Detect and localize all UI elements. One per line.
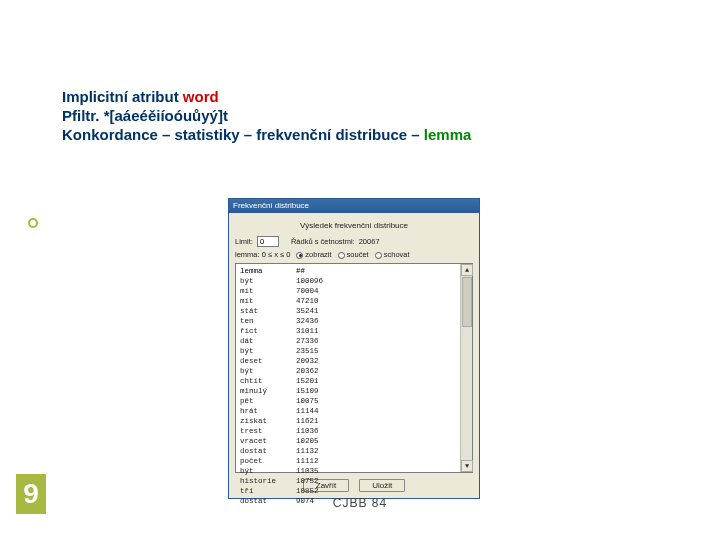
list-item[interactable]: říct31011 (240, 326, 472, 336)
hint-label: Řádků s četnostmi: (291, 237, 355, 246)
limit-label: Limit: (235, 237, 253, 246)
scrollbar[interactable]: ▲ ▼ (460, 264, 472, 472)
list-item[interactable]: být20362 (240, 366, 472, 376)
list-item[interactable]: minulý15109 (240, 386, 472, 396)
range-label: lemma: 0 ≤ x ≤ 0 (235, 250, 290, 259)
list-item[interactable]: dát27336 (240, 336, 472, 346)
limit-input[interactable] (257, 236, 279, 247)
list-item[interactable]: deset20932 (240, 356, 472, 366)
list-item[interactable]: být100096 (240, 276, 472, 286)
radio-zobrazit[interactable]: zobrazit (296, 250, 331, 259)
list-item[interactable]: pět10075 (240, 396, 472, 406)
radio-schovat[interactable]: schovat (375, 250, 410, 259)
results-listbox[interactable]: lemma ## být100096mít70004mít47210stát35… (235, 263, 473, 473)
list-item[interactable]: mít70004 (240, 286, 472, 296)
list-item[interactable]: být11035 (240, 466, 472, 476)
scroll-down-icon[interactable]: ▼ (461, 460, 473, 472)
hint-value: 20067 (359, 237, 380, 246)
list-item[interactable]: mít47210 (240, 296, 472, 306)
radio-soucet[interactable]: součet (338, 250, 369, 259)
list-item[interactable]: hrát11144 (240, 406, 472, 416)
heading-lemma: lemma (424, 126, 472, 143)
footer-text: CJBB 84 (0, 496, 720, 510)
bullet-icon (28, 218, 38, 228)
dialog-caption: Výsledek frekvenční distribuce (235, 221, 473, 230)
list-item[interactable]: ten32436 (240, 316, 472, 326)
scroll-up-icon[interactable]: ▲ (461, 264, 473, 276)
slide-heading: Implicitní atribut word Pfiltr. *[aáeéěi… (62, 88, 662, 144)
list-item[interactable]: trest11036 (240, 426, 472, 436)
scroll-thumb[interactable] (462, 277, 472, 327)
list-item[interactable]: historie10752 (240, 476, 472, 486)
heading-word: word (183, 88, 219, 105)
list-header: lemma ## (240, 266, 472, 276)
list-item[interactable]: být23515 (240, 346, 472, 356)
heading-part1: Implicitní atribut (62, 88, 183, 105)
heading-filter: Pfiltr. *[aáeéěiíoóuůyý]t (62, 107, 662, 126)
list-item[interactable]: získat11621 (240, 416, 472, 426)
list-item[interactable]: dostat11132 (240, 446, 472, 456)
heading-path: Konkordance – statistiky – frekvenční di… (62, 126, 424, 143)
list-item[interactable]: chtít15201 (240, 376, 472, 386)
list-item[interactable]: stát35241 (240, 306, 472, 316)
list-item[interactable]: počet11112 (240, 456, 472, 466)
frequency-dialog: Frekvenční distribuce Výsledek frekvenčn… (228, 198, 480, 499)
list-item[interactable]: tři10852 (240, 486, 472, 496)
dialog-titlebar: Frekvenční distribuce (229, 199, 479, 213)
list-item[interactable]: vracet10205 (240, 436, 472, 446)
